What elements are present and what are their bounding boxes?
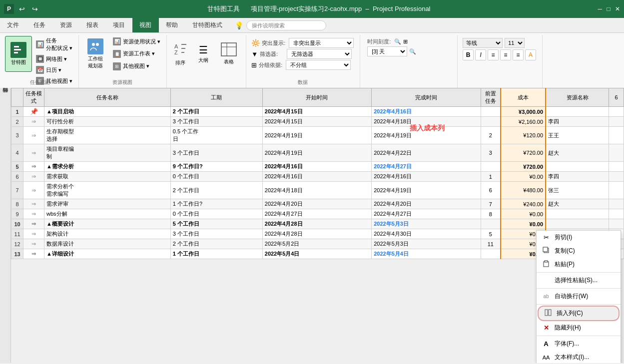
extra-cell [609,127,624,144]
ctx-insert-col[interactable]: 插入列(C) [538,306,620,321]
network-button[interactable]: 🔲 网络图 ▾ [34,54,74,64]
duration-cell: 2 个工作日 [170,182,262,199]
tab-gantt-format[interactable]: 甘特图格式 [185,18,230,32]
tab-help[interactable]: 帮助 [159,18,185,32]
ctx-font-label: 字体(F)... [555,340,579,348]
extra-cell [609,199,624,209]
finish-cell: 2022年4月19日 [372,127,481,144]
table-row[interactable]: 2⇒可行性分析3 个工作日2022年4月15日2022年4月18日¥2,160.… [11,117,624,127]
tab-file[interactable]: 文件 [0,18,26,32]
font-size-select[interactable]: 11 [505,38,525,48]
ctx-hide-col[interactable]: ✕ 隐藏列(H) [537,321,621,335]
col-header-name[interactable]: 任务名称 [44,88,171,107]
pin-icon: 📌 [30,108,38,115]
filter-select[interactable]: 无筛选器 [287,49,352,59]
table-row[interactable]: 13⇒▲详细设计1 个工作日2022年5月4日2022年5月4日¥0.00 [11,249,624,259]
table-row[interactable]: 8⇒需求评审1 个工作日?2022年4月20日2022年4月20日7¥240.0… [11,199,624,209]
sidebar-label-2[interactable]: 甘特图 [0,95,10,99]
tab-task[interactable]: 任务 [26,18,53,32]
resource-work-button[interactable]: 📋 资源工作表 ▾ [111,49,162,59]
table-row[interactable]: 4⇒项目章程编 制3 个工作日2022年4月19日2022年4月22日3¥720… [11,144,624,162]
tab-view[interactable]: 视图 [132,18,159,32]
font-content: 等线 11 B I ≡ ≡ ≡ A [461,36,538,85]
table-row[interactable]: 5⇒▲需求分析9 个工作日?2022年4月16日2022年4月27日¥720.0… [11,162,624,172]
minimize-button[interactable]: ─ [598,5,603,12]
task-name-cell: ▲详细设计 [44,249,171,259]
ctx-copy[interactable]: 复制(C) [537,244,621,258]
cost-cell: ¥720.00 [501,162,546,172]
gantt-chart-button[interactable]: 甘特图 [5,36,32,72]
maximize-button[interactable]: □ [607,5,610,12]
start-cell: 2022年4月15日 [262,117,371,127]
ctx-cut[interactable]: ✂ 剪切(I) [537,231,621,244]
ctx-paste[interactable]: 粘贴(P) [537,258,621,271]
resource-usage-button[interactable]: 📊 资源使用状况 ▾ [111,36,162,46]
table-row[interactable]: 7⇒需求分析个 需求编写2 个工作日2022年4月18日2022年4月19日6¥… [11,182,624,199]
ctx-paste-special[interactable]: 选择性粘贴(S)... [537,274,621,287]
table-row[interactable]: 3⇒生存期模型 选择0.5 个工作 日2022年4月19日2022年4月19日2… [11,127,624,144]
task-alloc-button[interactable]: 📊 任务分配状况 ▾ [34,36,74,53]
cost-cell: ¥0.00 [501,219,546,229]
zoom-out-icon[interactable]: 🔍 [409,48,416,55]
table-row[interactable]: 11⇒架构设计3 个工作日2022年4月28日2022年4月30日5¥0.00 [11,229,624,239]
group-select[interactable]: 不分组 [286,60,351,70]
ctx-autowrap[interactable]: ab 自动换行(W) [537,290,621,303]
table-button[interactable]: 表格 [216,36,242,72]
outline-button[interactable]: ☰ 大纲 [193,36,214,72]
highlight-select[interactable]: 非突出显示 [289,38,354,48]
row-number: 13 [11,249,23,259]
hide-col-icon: ✕ [542,324,551,332]
extra-cell [609,172,624,182]
other-view2-label: 其他视图 ▾ [123,62,149,70]
ribbon-content: 甘特图 📊 任务分配状况 ▾ 🔲 网络图 ▾ 📅 日历 ▾ ⊞ 其他视图 ▾ [0,33,624,88]
timescale-label: 时间刻度: [367,38,392,45]
title-bar-right: ─ □ ✕ [598,5,620,12]
align-right-button[interactable]: ≡ [513,49,524,60]
table-row[interactable]: 12⇒数据库设计2 个工作日2022年5月2日2022年5月3日11¥0.00 [11,239,624,249]
task-name-cell: ▲概要设计 [44,219,171,229]
cut-icon: ✂ [542,234,551,241]
table-row[interactable]: 6⇒需求获取0 个工作日2022年4月16日2022年4月16日1¥0.00李四 [11,172,624,182]
ctx-font[interactable]: A 字体(F)... [537,337,621,351]
bold-button[interactable]: B [463,49,474,60]
col-header-cost[interactable]: 成本 [501,88,546,107]
redo-button[interactable]: ↪ [30,4,40,14]
col-header-resource[interactable]: 资源名称 [546,88,609,107]
align-left-button[interactable]: ≡ [488,49,499,60]
svg-rect-0 [14,46,19,47]
other-view2-button[interactable]: ⊞ 其他视图 ▾ [111,61,162,71]
row-number: 2 [11,117,23,127]
timescale-select[interactable]: [3] 天 [367,46,407,56]
pred-cell [481,117,501,127]
col-header-finish[interactable]: 完成时间 [372,88,481,107]
table-row[interactable]: 1📌▲项目启动2 个工作日2022年4月15日2022年4月16日¥3,000.… [11,107,624,117]
task-mode-icon: ⇒ [31,201,36,207]
col-header-pred[interactable]: 前置任务 [481,88,501,107]
table-row[interactable]: 9⇒wbs分解0 个工作日2022年4月27日2022年4月27日8¥0.00 [11,209,624,219]
table-row[interactable]: 10⇒▲概要设计5 个工作日2022年4月28日2022年5月3日¥0.00 [11,219,624,229]
undo-button[interactable]: ↩ [17,4,27,14]
highlight-color-button[interactable]: A [525,49,536,60]
tab-project[interactable]: 项目 [106,18,132,32]
col-header-rownum [11,88,23,107]
align-center-button[interactable]: ≡ [500,49,511,60]
workgroup-planner-button[interactable]: 工作组规划器 [82,36,109,72]
search-input[interactable] [246,20,326,30]
close-button[interactable]: ✕ [615,5,620,12]
italic-button[interactable]: I [475,49,486,60]
task-name-cell: 生存期模型 选择 [44,127,171,144]
svg-rect-2 [14,52,18,53]
font-name-select[interactable]: 等线 [463,38,503,48]
tab-resource[interactable]: 资源 [53,18,79,32]
col-header-mode[interactable]: 任务模式 [23,88,44,107]
resource-cell: 李四 [546,117,609,127]
sort-button[interactable]: A Z 排序 [170,36,191,72]
col-header-duration[interactable]: 工期 [170,88,262,107]
tab-report[interactable]: 报表 [79,18,106,32]
finish-cell: 2022年5月4日 [372,249,481,259]
calendar-button[interactable]: 📅 日历 ▾ [34,65,74,75]
col-header-start[interactable]: 开始时间 [262,88,371,107]
ctx-text-style[interactable]: AA 文本样式(I)... [537,351,621,363]
gantt-table: 任务模式 任务名称 工期 开始时间 完成时间 前置任务 成本 资源名称 6 1📌… [11,88,624,363]
sidebar-label-1[interactable]: 图 [0,90,10,94]
